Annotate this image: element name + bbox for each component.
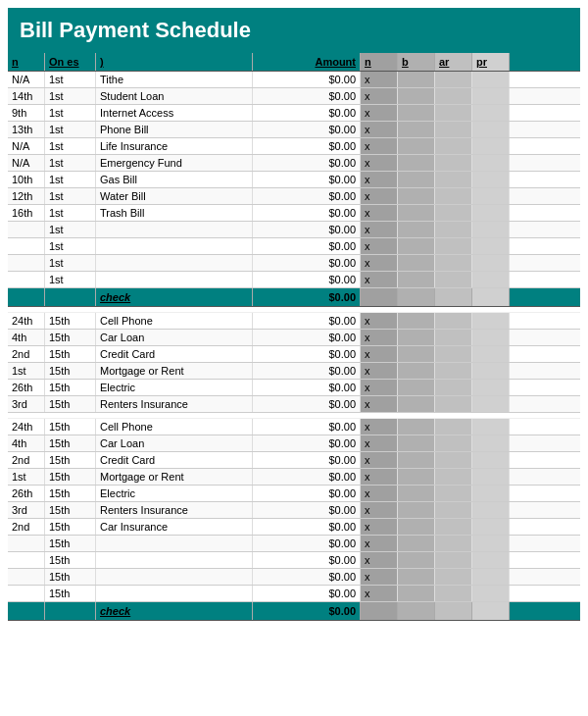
row-amount: $0.00 (253, 519, 361, 535)
row-x2 (398, 363, 435, 379)
row-x1: x (361, 205, 398, 221)
row-amount: $0.00 (253, 569, 361, 585)
row-col1 (8, 222, 45, 237)
row-col2: 15th (45, 363, 96, 379)
row-col1: 2nd (8, 346, 45, 362)
row-col3: Electric (96, 486, 253, 501)
row-x4 (472, 419, 510, 435)
row-x4 (472, 330, 510, 345)
row-x3 (435, 380, 472, 395)
row-amount: $0.00 (253, 452, 361, 468)
row-amount: $0.00 (253, 122, 361, 137)
row-col2: 15th (45, 569, 96, 585)
check-g2 (398, 288, 435, 306)
table-row: 1st 15th Mortgage or Rent $0.00 x (8, 469, 580, 486)
check-g3 (435, 288, 472, 306)
row-amount: $0.00 (253, 138, 361, 154)
row-x2 (398, 88, 435, 104)
row-x2 (398, 569, 435, 585)
table-row: N/A 1st Tithe $0.00 x (8, 72, 580, 88)
section3-check-row: check $0.00 (8, 602, 580, 621)
row-x3 (435, 469, 472, 485)
row-x1: x (361, 172, 398, 187)
row-x3 (435, 272, 472, 287)
row-col1: N/A (8, 155, 45, 171)
table-row: 2nd 15th Credit Card $0.00 x (8, 452, 580, 469)
row-x2 (398, 255, 435, 271)
check2-g2 (398, 602, 435, 620)
row-x4 (472, 313, 510, 329)
check2-g4 (472, 602, 510, 620)
row-col2: 1st (45, 122, 96, 137)
row-col2: 15th (45, 419, 96, 435)
row-col3: Renters Insurance (96, 396, 253, 412)
section2-table: 24th 15th Cell Phone $0.00 x 4th 15th Ca… (8, 313, 580, 413)
row-col3: Gas Bill (96, 172, 253, 187)
check2-empty1 (8, 602, 45, 620)
row-x4 (472, 72, 510, 87)
table-row: 12th 1st Water Bill $0.00 x (8, 188, 580, 205)
row-x1: x (361, 272, 398, 287)
row-amount: $0.00 (253, 188, 361, 204)
row-x1: x (361, 238, 398, 254)
row-amount: $0.00 (253, 552, 361, 568)
row-col1: 24th (8, 419, 45, 435)
row-col2: 1st (45, 155, 96, 171)
table-row: 2nd 15th Car Insurance $0.00 x (8, 519, 580, 536)
row-col2: 1st (45, 255, 96, 271)
row-col3: Cell Phone (96, 313, 253, 329)
row-x3 (435, 536, 472, 551)
row-x1: x (361, 536, 398, 551)
row-x3 (435, 72, 472, 87)
row-amount: $0.00 (253, 346, 361, 362)
row-x3 (435, 155, 472, 171)
header-col3: ) (96, 53, 253, 71)
row-amount: $0.00 (253, 313, 361, 329)
row-x1: x (361, 222, 398, 237)
row-col2: 15th (45, 380, 96, 395)
row-col2: 1st (45, 105, 96, 121)
row-col1: 3rd (8, 502, 45, 518)
row-col3: Water Bill (96, 188, 253, 204)
row-x1: x (361, 419, 398, 435)
row-amount: $0.00 (253, 486, 361, 501)
table-row: 4th 15th Car Loan $0.00 x (8, 435, 580, 452)
row-x4 (472, 172, 510, 187)
row-x1: x (361, 586, 398, 601)
row-col1 (8, 569, 45, 585)
row-x1: x (361, 330, 398, 345)
row-col1: 16th (8, 205, 45, 221)
row-x1: x (361, 552, 398, 568)
check-g4 (472, 288, 510, 306)
row-amount: $0.00 (253, 105, 361, 121)
row-x3 (435, 363, 472, 379)
row-x1: x (361, 188, 398, 204)
row-x2 (398, 222, 435, 237)
row-x1: x (361, 435, 398, 451)
table-row: 26th 15th Electric $0.00 x (8, 486, 580, 502)
row-x1: x (361, 502, 398, 518)
row-x2 (398, 519, 435, 535)
table-row: 1st $0.00 x (8, 272, 580, 288)
row-col2: 1st (45, 138, 96, 154)
row-amount: $0.00 (253, 586, 361, 601)
row-col2: 15th (45, 396, 96, 412)
row-col3: Credit Card (96, 346, 253, 362)
check-label2: check (96, 602, 253, 620)
row-x4 (472, 586, 510, 601)
row-x2 (398, 155, 435, 171)
row-x1: x (361, 519, 398, 535)
row-col3: Car Loan (96, 330, 253, 345)
row-x4 (472, 205, 510, 221)
row-col3 (96, 586, 253, 601)
row-x3 (435, 313, 472, 329)
page-title: Bill Payment Schedule (8, 8, 580, 53)
table-row: 4th 15th Car Loan $0.00 x (8, 330, 580, 346)
row-x2 (398, 419, 435, 435)
row-x2 (398, 452, 435, 468)
row-amount: $0.00 (253, 330, 361, 345)
row-col2: 1st (45, 188, 96, 204)
header-col7: ar (435, 53, 472, 71)
row-x3 (435, 330, 472, 345)
row-amount: $0.00 (253, 72, 361, 87)
